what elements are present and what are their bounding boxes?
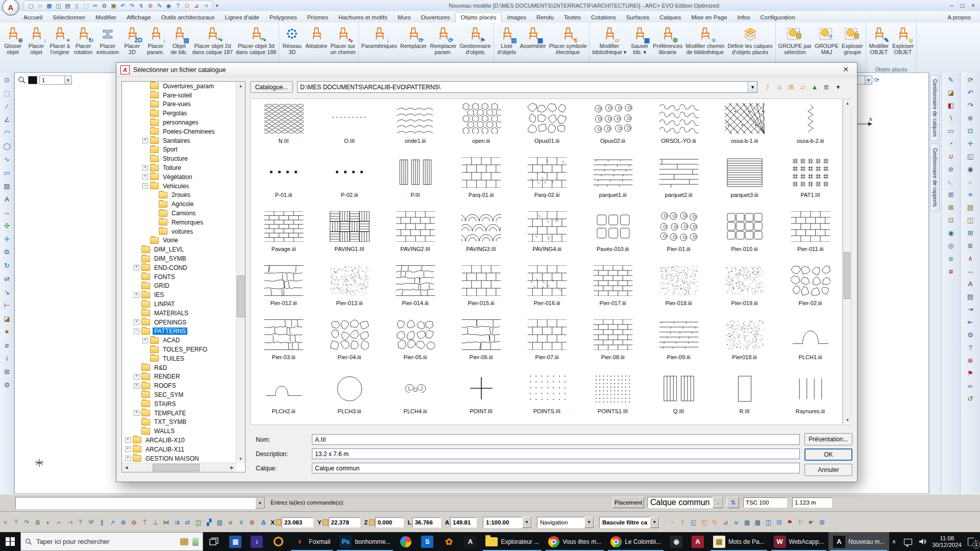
ribbon-button-placer-objet-3d-dans-calque-188[interactable]: ↷Placer objet 3ddans calque 188 — [234, 24, 278, 56]
lock-icon[interactable] — [323, 519, 328, 525]
chevron-down-icon[interactable]: ▼ — [865, 76, 872, 84]
exit-icon[interactable]: ⊣ — [202, 2, 209, 10]
unlock-icon[interactable]: ⊡ — [945, 215, 957, 226]
pattern-item-ossa-b-1-iii[interactable]: ossa-b-1.iii — [712, 99, 777, 153]
arc-icon[interactable]: ◠ — [2, 128, 12, 138]
pattern-item-pier-01-iii[interactable]: Pier-01.iii — [646, 207, 712, 261]
pattern-item-onde1-iii[interactable]: onde1.iii — [382, 99, 448, 153]
ribbon-button-param-triques[interactable]: ↓Paramétriques — [360, 24, 399, 56]
calque-field[interactable]: Calque commun — [312, 463, 800, 473]
link-icon[interactable]: ∞ — [965, 381, 976, 391]
zoom-all-icon[interactable]: ⊕ — [965, 113, 976, 123]
ribbon-button-glisser-objet[interactable]: ⊕Glisserobjet — [1, 24, 24, 56]
grid-toggle-icon[interactable]: ⊞ — [945, 189, 957, 200]
next-view-icon[interactable]: ↷ — [965, 100, 976, 111]
pattern-item-parquet2-iii[interactable]: parquet2.iii — [646, 153, 712, 207]
expand-icon[interactable]: + — [142, 165, 148, 171]
pattern-item-plch2-iii[interactable]: PLCH2.iii — [251, 369, 316, 423]
ribbon-button-d-finir-les-calques-d-objets-plac-s[interactable]: Définir les calquesd'objets placés — [726, 24, 774, 56]
curve-fit-icon[interactable]: ↷ — [21, 517, 32, 528]
tree-item-voitures[interactable]: +voitures — [122, 227, 236, 236]
tab-a-propos[interactable]: A propos — [943, 13, 976, 22]
dimension-icon[interactable]: ↔ — [2, 207, 12, 217]
scale-combo[interactable]: 1:100.00▼ — [483, 517, 532, 528]
pattern-item-paving4-iii[interactable]: PAVING4.iii — [514, 207, 580, 261]
panel-tab-gestionnaire-de-rapports[interactable]: Gestionnaire de rapports — [930, 143, 940, 212]
tree-item-dim-levl[interactable]: +DIM_LEVL — [122, 245, 236, 254]
tab-mise-en-page[interactable]: Mise en Page — [686, 13, 732, 22]
split-v-icon[interactable]: ⊟ — [774, 517, 785, 528]
layer-filter-combo[interactable]: Bascule filtre ca▼ — [599, 517, 659, 528]
select-icon[interactable]: ⬚ — [2, 88, 12, 98]
ribbon-button-placer-rotation[interactable]: ↻Placerrotation — [71, 24, 95, 56]
wall-split-icon[interactable]: ⋈ — [161, 517, 172, 528]
tab-s-lectionner[interactable]: Sélectionner — [47, 13, 90, 22]
tab-hachures-et-motifs[interactable]: Hachures et motifs — [333, 13, 393, 22]
group-icon[interactable]: ⧈ — [945, 253, 957, 264]
tab-lignes-d-aide[interactable]: Lignes d'aide — [220, 13, 264, 22]
tree-item-v-g-tation[interactable]: +Végétation — [122, 172, 236, 182]
union-icon[interactable]: ⊎ — [731, 517, 742, 528]
pattern-item-pier-05-iii[interactable]: Pier-05.iii — [382, 315, 448, 369]
paint-icon[interactable]: ◧ — [945, 100, 957, 111]
clock[interactable]: 11:0830/12/2024 — [932, 535, 962, 548]
tree-item-toiture[interactable]: +Toiture — [122, 163, 236, 172]
magnifier-icon[interactable] — [18, 76, 26, 84]
layer-up-icon[interactable]: ⇧ — [677, 517, 688, 528]
snap-style-icon[interactable]: ⊿ — [192, 2, 200, 10]
pattern-item-pier-018-iii[interactable]: Pier-018.iii — [646, 261, 712, 315]
pattern-item-parquet1-iii[interactable]: parquet1.iii — [580, 153, 646, 207]
grid-icon[interactable]: ⊞ — [2, 366, 12, 377]
tab-polygones[interactable]: Polygones — [264, 13, 302, 22]
chevron-down-icon[interactable]: ▼ — [255, 497, 265, 509]
ribbon-button-placer-param-[interactable]: ↓Placerparam. — [144, 24, 167, 56]
tree-item-linpat[interactable]: +LINPAT — [122, 299, 236, 309]
refresh-view-icon[interactable]: ⟳ — [965, 74, 976, 85]
spline-icon[interactable]: ∿ — [2, 154, 12, 164]
tree-item-stairs[interactable]: +STAIRS — [122, 399, 236, 409]
lock-icon[interactable] — [276, 519, 281, 525]
pipette-icon[interactable]: ∖ — [945, 113, 957, 123]
tab-images[interactable]: Images — [502, 13, 531, 22]
tab-textes[interactable]: Textes — [559, 13, 586, 22]
protractor-icon[interactable]: ◔ — [945, 138, 957, 149]
info-icon[interactable]: i — [2, 353, 12, 363]
taskbar-item-blue-swirl-app[interactable]: S — [416, 532, 438, 551]
pan-icon[interactable]: ✛ — [965, 138, 976, 149]
ribbon-button-placer-extrusion[interactable]: Placerextrusion — [95, 24, 120, 56]
expand-icon[interactable]: + — [125, 456, 131, 461]
hand-icon[interactable]: ☛ — [806, 517, 817, 528]
new-file-icon[interactable]: ▢ — [27, 2, 35, 10]
tree-item-pare-soleil[interactable]: +Pare-soleil — [122, 91, 236, 100]
expand-icon[interactable]: + — [134, 265, 139, 270]
pattern-item-points-iii[interactable]: POINTS.III — [514, 369, 580, 423]
doors-icon[interactable]: ◫ — [965, 215, 976, 226]
tab-modifier[interactable]: Modifier — [90, 13, 121, 22]
tab-outils-architecturaux[interactable]: Outils architecturaux — [156, 13, 220, 22]
expand-icon[interactable]: + — [125, 446, 131, 452]
print-view-icon[interactable]: ▤ — [965, 291, 976, 302]
update-icon[interactable]: ↺ — [965, 393, 976, 404]
mirror-icon[interactable]: ⇄ — [2, 273, 12, 284]
tree-item-sec-sym[interactable]: +SEC_SYM — [122, 390, 236, 399]
pattern-item-paving3-iii[interactable]: PAVING3.III — [448, 207, 514, 261]
tray-chevron-icon[interactable]: ∧ — [889, 537, 898, 546]
polyline-icon[interactable]: ∠ — [2, 114, 12, 124]
pattern-item-pier-02-iii[interactable]: Pier-02.iii — [777, 261, 843, 315]
ribbon-button-groupe-par-s-lection[interactable]: GROUPE parsélection — [777, 24, 813, 56]
expand-icon[interactable]: + — [134, 319, 139, 325]
tab-objets-plac-s[interactable]: Objets placés — [455, 12, 502, 22]
pattern-item-p-iii[interactable]: P.III — [382, 153, 448, 207]
wall-join-icon[interactable]: ⊥ — [150, 517, 161, 528]
tab-infos[interactable]: Infos — [732, 13, 755, 22]
expand-icon[interactable]: + — [142, 174, 148, 180]
sun-icon[interactable]: ☼ — [965, 177, 976, 187]
pattern-item-parq-02-iii[interactable]: Parq-02.iii — [514, 153, 580, 207]
folder-link-icon[interactable]: ▱ — [798, 82, 808, 92]
document-icon[interactable]: ▯ — [73, 2, 81, 10]
expand-icon[interactable]: + — [125, 437, 131, 443]
nom-field[interactable]: A.III — [312, 434, 800, 445]
tree-item-toles-perfo[interactable]: +TOLES_PERFO — [122, 345, 236, 354]
grid-scroll-thumb[interactable] — [844, 252, 850, 299]
help-icon[interactable]: ? — [174, 2, 182, 10]
